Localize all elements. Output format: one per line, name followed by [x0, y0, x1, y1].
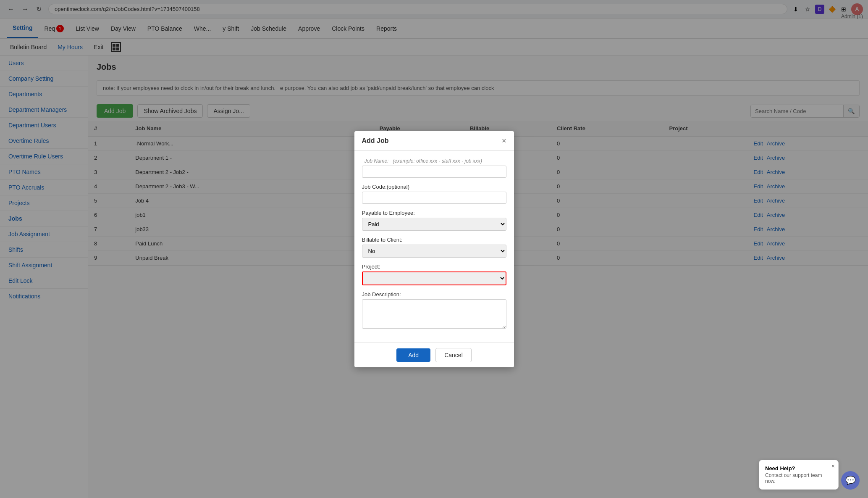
modal-add-button[interactable]: Add: [396, 348, 430, 362]
billable-group: Billable to Client: No Yes: [362, 237, 506, 258]
modal-cancel-button[interactable]: Cancel: [435, 348, 472, 362]
modal-footer: Add Cancel: [354, 343, 514, 367]
help-close-button[interactable]: ×: [831, 463, 835, 469]
chat-button[interactable]: 💬: [841, 471, 860, 490]
project-group: Project:: [362, 263, 506, 285]
help-widget: × Need Help? Contact our support team no…: [759, 460, 839, 490]
payable-label: Payable to Employee:: [362, 210, 506, 216]
job-code-label: Job Code:(optional): [362, 184, 506, 190]
job-name-label: Job Name: (example: office xxx - staff x…: [362, 158, 506, 164]
modal-body: Job Name: (example: office xxx - staff x…: [354, 151, 514, 343]
modal-title: Add Job: [362, 137, 389, 145]
description-group: Job Description:: [362, 291, 506, 330]
description-textarea[interactable]: [362, 299, 506, 329]
payable-select[interactable]: Paid Unpaid: [362, 218, 506, 231]
description-label: Job Description:: [362, 291, 506, 298]
modal-header: Add Job ×: [354, 131, 514, 151]
job-name-group: Job Name: (example: office xxx - staff x…: [362, 158, 506, 178]
help-subtitle: Contact our support team now.: [765, 472, 832, 484]
billable-label: Billable to Client:: [362, 237, 506, 243]
job-code-input[interactable]: [362, 192, 506, 204]
job-name-input[interactable]: [362, 166, 506, 178]
job-code-group: Job Code:(optional): [362, 184, 506, 204]
payable-group: Payable to Employee: Paid Unpaid: [362, 210, 506, 231]
add-job-modal: Add Job × Job Name: (example: office xxx…: [354, 131, 514, 367]
project-label: Project:: [362, 263, 506, 270]
billable-select[interactable]: No Yes: [362, 245, 506, 258]
project-field-wrapper: [362, 271, 506, 285]
modal-close-button[interactable]: ×: [502, 137, 506, 145]
help-title: Need Help?: [765, 465, 832, 472]
project-select[interactable]: [363, 272, 506, 285]
